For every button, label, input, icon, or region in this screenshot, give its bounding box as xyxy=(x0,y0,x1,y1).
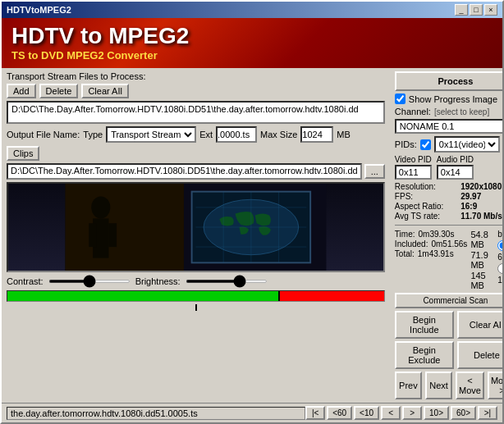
radio-60s-label[interactable]: 60s xyxy=(497,240,502,262)
time-label: Time: xyxy=(395,230,415,239)
nav-prev60-button[interactable]: <60 xyxy=(327,406,352,420)
delete-button[interactable]: Delete xyxy=(39,84,79,98)
time-stats-row: Time: 0m39.30s Included: 0m51.56s Total:… xyxy=(395,230,502,290)
browse-button[interactable]: ... xyxy=(364,164,385,179)
pids-select[interactable]: 0x11(video) xyxy=(434,136,500,153)
audio-pid-input[interactable] xyxy=(437,165,474,180)
clear-all-button[interactable]: Clear AIl xyxy=(81,84,129,98)
included-label: Included: xyxy=(395,239,428,248)
file-list[interactable]: D:\DC\The.Day.After.Tomorrow.HDTV.1080i.… xyxy=(7,101,385,124)
video-pid-label: Video PID xyxy=(395,155,432,164)
brightness-slider[interactable] xyxy=(186,280,268,283)
delete-button-2[interactable]: Delete xyxy=(457,341,502,369)
progress-tick xyxy=(195,304,197,311)
progress-bar-container[interactable] xyxy=(7,290,385,302)
status-text: the.day.after.tomorrow.hdtv.1080i.dd51.0… xyxy=(7,407,305,420)
time-size: 54.8 MB xyxy=(470,230,494,249)
next-button[interactable]: Next xyxy=(425,372,452,399)
output-label: Output File Name: xyxy=(7,130,80,139)
nav-first-button[interactable]: |< xyxy=(305,406,325,420)
divider-1 xyxy=(395,225,502,226)
nav-prev1-button[interactable]: < xyxy=(381,406,401,420)
nav-next10-button[interactable]: 10> xyxy=(424,406,449,420)
nav-prev10-button[interactable]: <10 xyxy=(354,406,379,420)
nav-next1-button[interactable]: > xyxy=(402,406,422,420)
channel-row: Channel: [select to keep] xyxy=(395,107,502,116)
window-title: HDTVtoMPEG2 xyxy=(7,5,71,15)
commercial-scan-button[interactable]: Commercial Scan xyxy=(395,293,502,308)
svg-rect-5 xyxy=(108,223,117,247)
exclude-delete-row: Begin Exclude Delete xyxy=(395,341,502,369)
contrast-label: Contrast: xyxy=(7,276,44,286)
resolution-value: 1920x1080i xyxy=(460,182,502,191)
maximize-button[interactable]: □ xyxy=(470,4,483,16)
time-row-total: Total: 1m43.91s xyxy=(395,249,468,258)
minimize-button[interactable]: _ xyxy=(455,4,468,16)
radio-col: by: 60s 10s xyxy=(497,230,502,290)
progress-marker xyxy=(278,291,280,301)
total-value: 1m43.91s xyxy=(418,249,454,258)
by-label: by: xyxy=(497,230,502,239)
maxsize-input[interactable] xyxy=(300,126,333,143)
ext-input[interactable]: .0000.ts xyxy=(216,126,257,143)
radio-60s[interactable] xyxy=(497,240,502,251)
svg-point-2 xyxy=(91,196,110,218)
type-select[interactable]: Transport Stream xyxy=(106,126,196,143)
begin-exclude-button[interactable]: Begin Exclude xyxy=(395,341,454,369)
progress-bar-fill xyxy=(7,291,278,301)
prev-button[interactable]: Prev xyxy=(395,372,422,399)
fps-label: FPS: xyxy=(395,192,456,201)
show-progress-label: Show Progress Image xyxy=(409,94,497,104)
radio-10s[interactable] xyxy=(497,263,502,274)
add-button[interactable]: Add xyxy=(7,84,36,98)
audio-pid-group: Audio PID xyxy=(437,155,474,180)
time-value: 0m39.30s xyxy=(419,230,455,239)
maxsize-label: Max Size xyxy=(260,130,297,139)
time-col-labels: Time: 0m39.30s Included: 0m51.56s Total:… xyxy=(395,230,468,290)
pid-row: Video PID Audio PID xyxy=(395,155,502,180)
output-row: Output File Name: Type Transport Stream … xyxy=(7,126,385,161)
nav-next60-button[interactable]: 60> xyxy=(451,406,476,420)
contrast-slider[interactable] xyxy=(48,280,131,283)
avg-ts-value: 11.70 Mb/s xyxy=(460,212,502,221)
audio-pid-label: Audio PID xyxy=(437,155,474,164)
move-right-button[interactable]: Move > xyxy=(488,372,502,399)
slider-track: Contrast: Brightness: xyxy=(7,276,385,286)
include-clear-row: Begin Include Clear AII xyxy=(395,311,502,339)
app-subtitle: TS to DVD MPEG2 Converter xyxy=(11,49,493,62)
right-panel: Process Show Progress Image Channel: [se… xyxy=(390,68,502,403)
clips-button[interactable]: Clips xyxy=(7,146,39,161)
header-banner: HDTV to MPEG2 TS to DVD MPEG2 Converter xyxy=(2,18,502,68)
channel-select[interactable]: NONAME 0.1 xyxy=(395,119,502,134)
begin-include-button[interactable]: Begin Include xyxy=(395,311,454,339)
pids-checkbox[interactable] xyxy=(420,139,431,150)
show-progress-row: Show Progress Image xyxy=(395,93,502,104)
video-scene xyxy=(8,184,383,271)
channel-label: Channel: xyxy=(395,107,431,116)
transport-label: Transport Stream Files to Process: xyxy=(7,71,385,81)
process-button[interactable]: Process xyxy=(395,71,502,91)
svg-rect-1 xyxy=(65,184,184,271)
brightness-label: Brightness: xyxy=(135,276,181,286)
app-title: HDTV to MPEG2 xyxy=(11,25,493,48)
video-frame xyxy=(7,182,385,272)
radio-10s-label[interactable]: 10s xyxy=(497,263,502,285)
nav-last-button[interactable]: >| xyxy=(478,406,497,420)
titlebar: HDTVtoMPEG2 _ □ × xyxy=(2,2,502,18)
time-row-included: Included: 0m51.56s xyxy=(395,239,468,248)
main-content: Transport Stream Files to Process: Add D… xyxy=(2,68,502,403)
type-label: Type xyxy=(83,130,103,139)
transport-buttons: Add Delete Clear AIl xyxy=(7,84,385,98)
output-path-row: D:\DC\The.Day.After.Tomorrow.HDTV.1080i.… xyxy=(7,163,385,180)
clear-all-button-2[interactable]: Clear AII xyxy=(457,311,502,339)
progress-tick-area xyxy=(7,304,385,311)
video-pid-input[interactable] xyxy=(395,165,432,180)
close-button[interactable]: × xyxy=(484,4,497,16)
output-path[interactable]: D:\DC\The.Day.After.Tomorrow.HDTV.1080i.… xyxy=(7,163,362,180)
show-progress-checkbox[interactable] xyxy=(395,93,405,104)
channel-hint: [select to keep] xyxy=(434,107,489,116)
info-grid: Resolution: 1920x1080i FPS: 29.97 Aspect… xyxy=(395,182,502,221)
time-row-time: Time: 0m39.30s xyxy=(395,230,468,239)
move-left-button[interactable]: < Move xyxy=(456,372,484,399)
main-window: HDTVtoMPEG2 _ □ × HDTV to MPEG2 TS to DV… xyxy=(0,0,504,424)
